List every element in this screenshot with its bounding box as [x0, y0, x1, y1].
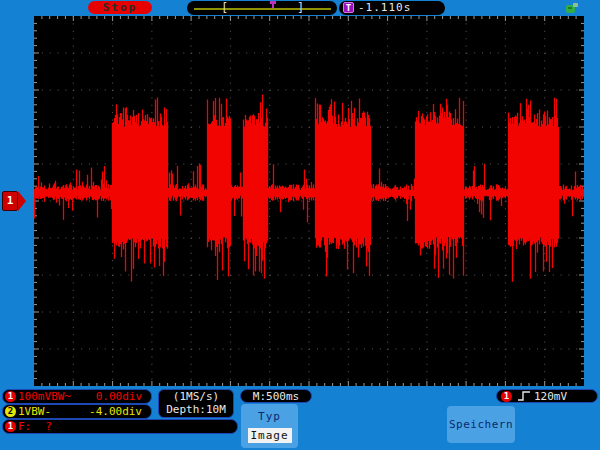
record-position-ruler: [ ] [187, 1, 337, 15]
frequency-measurement-readout: 1 F: ? [2, 419, 238, 434]
trigger-time-readout: T -1.110s [339, 1, 445, 15]
channel2-readout: 2 1V BW- -4.00div [2, 404, 152, 419]
channel2-badge: 2 [5, 406, 16, 417]
oscilloscope-screen: Stop [ ] T -1.110s 1 1 100mV BW~ 0.00div… [0, 0, 600, 450]
trigger-channel-badge: 1 [501, 391, 512, 402]
sample-rate: (1MS/s) [159, 390, 233, 403]
channel2-bandwidth: BW- [31, 405, 51, 418]
view-window-start-bracket: [ [221, 1, 228, 15]
usb-device-icon [564, 2, 579, 14]
memory-depth: Depth:10M [159, 403, 233, 416]
trigger-position-marker [269, 1, 277, 9]
acquisition-status-badge: Stop [88, 1, 152, 14]
view-window-end-bracket: ] [297, 1, 304, 15]
channel1-position-marker[interactable]: 1 [2, 191, 26, 211]
channel1-marker-label: 1 [2, 191, 18, 211]
measurement-label: F: [18, 420, 31, 433]
trigger-readout: 1 120mV [496, 389, 598, 403]
channel2-scale: 1V [18, 405, 31, 418]
record-length-line [194, 8, 331, 10]
channel1-position: 0.00div [96, 390, 151, 403]
measurement-channel-badge: 1 [5, 421, 16, 432]
channel1-badge: 1 [5, 391, 16, 402]
type-menu-label: Typ [241, 410, 298, 423]
channel1-marker-arrow-icon [18, 191, 26, 211]
acquisition-info-box: (1MS/s) Depth:10M [158, 389, 234, 418]
timebase-readout: M:500ms [240, 389, 312, 403]
type-menu-button[interactable]: Typ Image [241, 404, 298, 448]
rising-edge-icon [517, 390, 531, 402]
trigger-time-icon: T [343, 2, 354, 13]
trigger-time-value: -1.110s [358, 1, 411, 15]
type-menu-selected-value[interactable]: Image [248, 428, 292, 443]
channel1-bandwidth: BW~ [51, 390, 71, 403]
channel1-scale: 100mV [18, 390, 51, 403]
waveform-display [34, 16, 584, 386]
timebase-value: M:500ms [253, 390, 299, 403]
channel2-position: -4.00div [89, 405, 151, 418]
trigger-level-value: 120mV [534, 390, 567, 403]
measurement-value: ? [45, 420, 52, 433]
save-button[interactable]: Speichern [447, 406, 515, 443]
channel1-readout: 1 100mV BW~ 0.00div [2, 389, 152, 404]
waveform-svg [34, 16, 584, 386]
